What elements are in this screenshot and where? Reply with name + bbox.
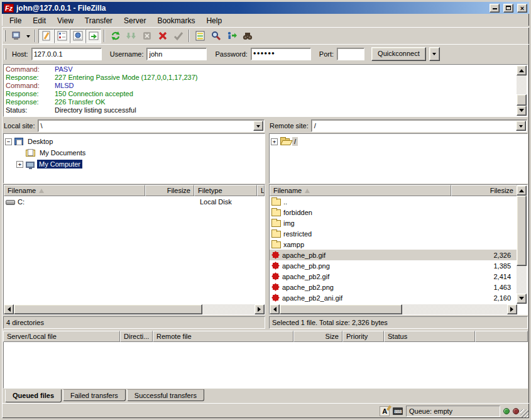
quickbar-grip[interactable] (4, 48, 6, 60)
toolbar-grip[interactable] (4, 30, 6, 41)
username-input[interactable]: john (146, 48, 207, 60)
tree-item-my-documents[interactable]: My Documents (5, 147, 263, 158)
scroll-down-button[interactable] (517, 106, 527, 116)
remote-horizontal-scrollbar[interactable] (270, 304, 517, 314)
remote-site-combobox[interactable]: / (311, 119, 527, 132)
file-row[interactable]: forbidden (270, 207, 517, 218)
close-button[interactable]: × (517, 4, 527, 13)
expand-icon[interactable]: + (271, 138, 278, 145)
collapse-icon[interactable]: − (5, 138, 12, 145)
scroll-thumb[interactable] (517, 94, 527, 106)
scroll-thumb[interactable] (517, 196, 527, 266)
queue-body[interactable] (3, 342, 528, 389)
column-header-priority[interactable]: Priority (342, 331, 384, 342)
column-header-lastmodified[interactable]: L (257, 185, 265, 196)
menu-edit[interactable]: Edit (27, 14, 52, 27)
column-header-filetype[interactable]: Filetype (194, 185, 257, 196)
scroll-thumb[interactable] (14, 304, 202, 314)
file-row[interactable]: apache_pb2_ani.gif2,160 (270, 292, 517, 303)
scroll-right-button[interactable] (507, 304, 517, 314)
minimize-button[interactable] (490, 4, 500, 13)
directory-comparison-button[interactable] (192, 29, 208, 43)
file-row[interactable]: apache_pb.png1,385 (270, 260, 517, 271)
file-row[interactable]: apache_pb2.gif2,414 (270, 271, 517, 282)
file-row[interactable]: apache_pb2.png1,463 (270, 282, 517, 292)
remote-vertical-scrollbar[interactable] (517, 185, 527, 304)
menu-transfer[interactable]: Transfer (79, 14, 118, 27)
column-header-filesize[interactable]: Filesize (145, 185, 194, 196)
log-vertical-scrollbar[interactable] (517, 65, 527, 116)
local-horizontal-scrollbar[interactable] (4, 304, 265, 314)
scroll-up-button[interactable] (517, 185, 527, 196)
scroll-right-button[interactable] (255, 304, 265, 314)
quickconnect-button[interactable]: Quickconnect (371, 47, 426, 61)
tree-item-my-computer[interactable]: + My Computer (5, 158, 263, 170)
maximize-button[interactable] (503, 4, 513, 13)
file-row[interactable]: .. (270, 196, 517, 207)
close-icon: × (520, 5, 524, 11)
column-header-filename[interactable]: Filename (270, 185, 451, 196)
column-header-direction[interactable]: Directi... (120, 331, 153, 342)
resize-grip[interactable] (520, 409, 528, 417)
search-button[interactable] (239, 29, 255, 43)
sort-ascending-icon (39, 189, 44, 193)
tab-queued-files[interactable]: Queued files (5, 389, 62, 402)
scroll-thumb[interactable] (280, 304, 402, 314)
green-led-icon (503, 408, 510, 414)
site-manager-button[interactable] (8, 29, 24, 43)
port-input[interactable] (337, 48, 364, 60)
remote-treeview-icon (72, 30, 84, 41)
scroll-up-button[interactable] (517, 65, 527, 75)
file-row[interactable]: xampp (270, 239, 517, 250)
menu-file[interactable]: File (4, 14, 27, 27)
toggle-message-log-button[interactable] (38, 29, 54, 43)
remote-site-bar: Remote site: / (269, 118, 528, 133)
local-site-combobox[interactable]: \ (38, 119, 265, 132)
refresh-button[interactable] (107, 29, 123, 43)
menu-server[interactable]: Server (118, 14, 151, 27)
process-queue-button[interactable] (123, 29, 139, 43)
expand-icon[interactable]: + (16, 161, 23, 168)
synchronized-browsing-button[interactable] (224, 29, 239, 43)
file-row[interactable]: C: Local Disk (4, 196, 265, 207)
column-header-status[interactable]: Status (384, 331, 475, 342)
file-row[interactable]: img (270, 218, 517, 228)
quickconnect-dropdown[interactable] (429, 47, 440, 61)
tab-successful-transfers[interactable]: Successful transfers (127, 389, 204, 401)
host-input[interactable]: 127.0.0.1 (31, 48, 102, 60)
remote-site-value: / (314, 122, 316, 130)
filename-filters-button[interactable] (208, 29, 224, 43)
local-site-dropdown[interactable] (253, 121, 263, 131)
scroll-track[interactable] (517, 196, 527, 294)
column-header-filesize[interactable]: Filesize (451, 185, 517, 196)
log-line: Status:Directory listing successful (6, 106, 515, 114)
transfer-type-icon[interactable]: A (380, 406, 390, 416)
menu-view[interactable]: View (52, 14, 79, 27)
remote-site-dropdown[interactable] (516, 121, 526, 131)
abort-button[interactable] (170, 29, 186, 43)
column-header-server-local-file[interactable]: Server/Local file (3, 331, 120, 342)
password-input[interactable]: ●●●●●● (251, 48, 311, 60)
cancel-button[interactable] (139, 29, 155, 43)
toggle-remote-tree-button[interactable] (70, 29, 85, 43)
file-row[interactable]: restricted (270, 228, 517, 239)
delete-button[interactable] (155, 29, 170, 43)
column-header-size[interactable]: Size (293, 331, 342, 342)
tab-failed-transfers[interactable]: Failed transfers (63, 389, 126, 401)
tree-item-desktop[interactable]: − Desktop (5, 136, 263, 147)
column-header-filename[interactable]: Filename (4, 185, 145, 196)
toggle-transfer-queue-button[interactable] (85, 29, 101, 43)
sort-ascending-icon (305, 189, 310, 193)
speed-limit-icon[interactable]: 888 (393, 407, 403, 415)
file-row-selected[interactable]: apache_pb.gif2,326 (270, 250, 517, 260)
scroll-track[interactable] (517, 75, 527, 106)
scroll-left-button[interactable] (270, 304, 280, 314)
menu-help[interactable]: Help (200, 14, 227, 27)
toggle-local-tree-button[interactable] (54, 29, 70, 43)
site-manager-dropdown[interactable] (24, 29, 32, 43)
scroll-down-button[interactable] (517, 294, 527, 304)
scroll-left-button[interactable] (4, 304, 14, 314)
tree-item-root[interactable]: + / (271, 136, 526, 147)
column-header-remote-file[interactable]: Remote file (153, 331, 293, 342)
menu-bookmarks[interactable]: Bookmarks (151, 14, 200, 27)
